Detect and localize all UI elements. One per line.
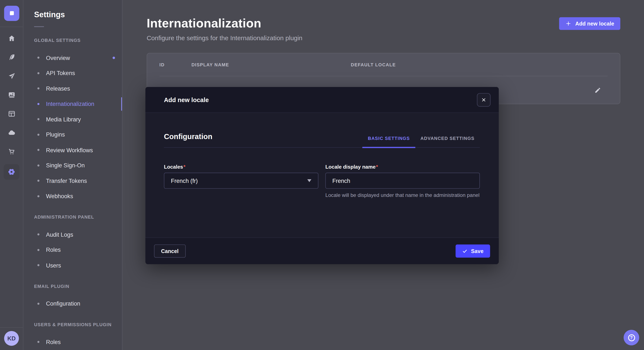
sidebar-item-label: Configuration xyxy=(46,301,80,307)
bullet-icon xyxy=(38,118,40,120)
bullet-icon xyxy=(38,72,40,74)
close-modal-button[interactable] xyxy=(477,93,491,107)
page-subtitle: Configure the settings for the Internati… xyxy=(147,34,302,42)
bullet-icon xyxy=(38,249,40,251)
notification-dot xyxy=(113,57,115,59)
content-manager-icon[interactable] xyxy=(4,107,19,120)
section-label: ADMINISTRATION PANEL xyxy=(34,213,122,221)
save-button[interactable]: Save xyxy=(456,245,490,258)
releases-icon[interactable] xyxy=(4,70,19,82)
edit-locale-button[interactable] xyxy=(594,87,601,93)
bullet-icon xyxy=(38,87,40,90)
sidebar-item-transfer-tokens[interactable]: Transfer Tokens xyxy=(34,173,122,188)
display-name-label: Locale display name* xyxy=(326,164,480,170)
sidebar-item-admin-roles[interactable]: Roles xyxy=(34,242,122,257)
add-new-locale-label: Add new locale xyxy=(575,20,614,26)
sidebar-item-email-configuration[interactable]: Configuration xyxy=(34,296,122,311)
required-asterisk: * xyxy=(183,164,185,170)
chevron-down-icon xyxy=(307,179,311,182)
cancel-button[interactable]: Cancel xyxy=(154,245,186,258)
sidebar-item-label: Roles xyxy=(46,339,61,345)
display-name-field: Locale display name* Locale will be disp… xyxy=(326,164,480,199)
page-title: Internationalization xyxy=(147,16,302,30)
home-icon[interactable] xyxy=(4,32,19,45)
table-header-row: ID DISPLAY NAME DEFAULT LOCALE xyxy=(147,53,620,76)
question-mark-icon: ? xyxy=(628,334,635,341)
sidebar-item-media-library[interactable]: Media Library xyxy=(34,112,122,127)
sidebar-item-review-workflows[interactable]: Review Workflows xyxy=(34,142,122,158)
sidebar-item-overview[interactable]: Overview xyxy=(34,50,122,65)
settings-gear-icon[interactable] xyxy=(4,164,19,180)
sidebar-item-label: Internationalization xyxy=(46,101,94,107)
page-header-text: Internationalization Configure the setti… xyxy=(147,16,302,42)
rail-nav xyxy=(0,27,23,180)
locales-select[interactable]: French (fr) xyxy=(164,173,318,189)
column-header-id: ID xyxy=(159,62,191,67)
modal-body: Configuration BASIC SETTINGS ADVANCED SE… xyxy=(146,113,499,237)
strapi-logo[interactable] xyxy=(4,6,19,21)
media-library-icon[interactable] xyxy=(4,89,19,101)
sidebar-item-label: Releases xyxy=(46,85,70,92)
active-item-indicator xyxy=(121,97,122,111)
bullet-icon xyxy=(38,233,40,236)
sidebar-item-audit-logs[interactable]: Audit Logs xyxy=(34,227,122,242)
section-label: GLOBAL SETTINGS xyxy=(34,36,122,44)
sidebar-item-label: Transfer Tokens xyxy=(46,177,87,184)
check-icon xyxy=(462,248,467,254)
bullet-icon xyxy=(38,195,40,197)
tab-basic-settings[interactable]: BASIC SETTINGS xyxy=(362,136,415,148)
rail-logo-section xyxy=(0,0,23,27)
sidebar-item-label: Media Library xyxy=(46,116,81,123)
locales-select-value: French (fr) xyxy=(171,177,198,184)
icon-rail: KD xyxy=(0,0,24,350)
help-button[interactable]: ? xyxy=(624,330,639,345)
sidebar-item-api-tokens[interactable]: API Tokens xyxy=(34,65,122,81)
bullet-icon xyxy=(38,103,40,105)
app-window: KD Settings GLOBAL SETTINGS Overview API… xyxy=(0,0,644,350)
section-label: EMAIL PLUGIN xyxy=(34,282,122,290)
user-avatar[interactable]: KD xyxy=(4,331,19,346)
sidebar-item-internationalization[interactable]: Internationalization xyxy=(34,96,122,111)
sidebar-item-label: Roles xyxy=(46,247,61,253)
modal-header: Add new locale xyxy=(146,87,499,113)
configuration-section-head: Configuration BASIC SETTINGS ADVANCED SE… xyxy=(164,133,480,148)
close-icon xyxy=(482,97,486,102)
pencil-icon xyxy=(594,87,601,93)
sidebar-section-email-plugin: EMAIL PLUGIN Configuration xyxy=(34,282,122,311)
locales-label-text: Locales xyxy=(164,164,183,170)
sidebar-item-releases[interactable]: Releases xyxy=(34,81,122,96)
column-header-default-locale: DEFAULT LOCALE xyxy=(351,62,620,67)
display-name-helper-text: Locale will be displayed under that name… xyxy=(326,192,480,199)
display-name-label-text: Locale display name xyxy=(326,164,376,170)
add-new-locale-modal: Add new locale Configuration BASIC SETTI… xyxy=(146,87,499,264)
bullet-icon xyxy=(38,264,40,266)
sidebar-item-label: Single Sign-On xyxy=(46,162,85,169)
marketplace-cart-icon[interactable] xyxy=(4,145,19,158)
title-underline xyxy=(34,26,44,27)
content-type-builder-icon[interactable] xyxy=(4,51,19,64)
bullet-icon xyxy=(38,164,40,167)
configuration-title: Configuration xyxy=(164,133,212,147)
sidebar-item-label: Users xyxy=(46,262,61,269)
sidebar-section-users-permissions-plugin: USERS & PERMISSIONS PLUGIN Roles Provide… xyxy=(34,321,122,350)
sidebar-item-users[interactable]: Users xyxy=(34,257,122,273)
sidebar-section-global-settings: GLOBAL SETTINGS Overview API Tokens Rele… xyxy=(34,36,122,204)
sidebar-title: Settings xyxy=(34,10,122,19)
bullet-icon xyxy=(38,134,40,136)
required-asterisk: * xyxy=(376,164,378,170)
cloud-icon[interactable] xyxy=(4,126,19,139)
plus-icon xyxy=(566,20,572,26)
sidebar-item-plugins[interactable]: Plugins xyxy=(34,127,122,142)
sidebar-section-administration-panel: ADMINISTRATION PANEL Audit Logs Roles Us… xyxy=(34,213,122,273)
sidebar-item-label: Plugins xyxy=(46,131,65,138)
bullet-icon xyxy=(38,303,40,305)
add-new-locale-button[interactable]: Add new locale xyxy=(559,17,620,30)
sidebar-item-single-sign-on[interactable]: Single Sign-On xyxy=(34,158,122,173)
sidebar-item-label: Webhooks xyxy=(46,193,73,199)
sidebar-item-webhooks[interactable]: Webhooks xyxy=(34,188,122,204)
modal-footer: Cancel Save xyxy=(146,237,499,264)
display-name-input[interactable] xyxy=(326,173,480,189)
strapi-logo-icon xyxy=(7,9,16,18)
tab-advanced-settings[interactable]: ADVANCED SETTINGS xyxy=(415,136,480,148)
sidebar-item-up-roles[interactable]: Roles xyxy=(34,334,122,350)
